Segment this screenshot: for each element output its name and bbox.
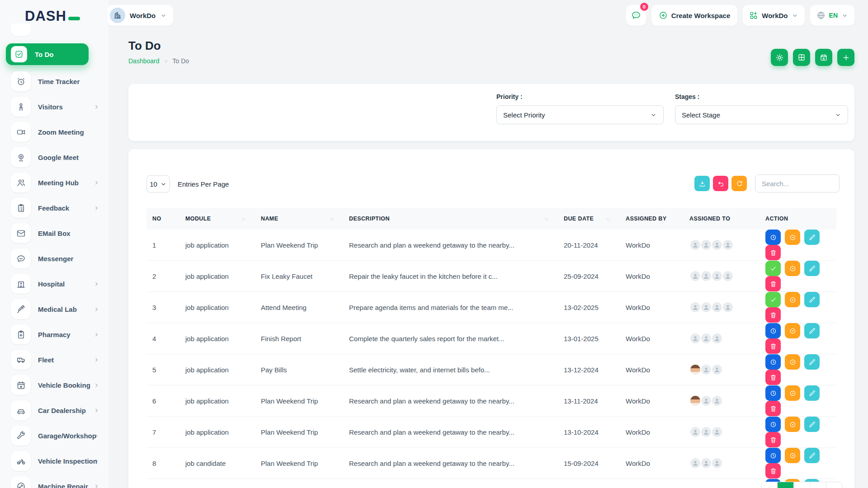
- assignee-placeholder-avatar: [700, 426, 712, 438]
- edit-action-button[interactable]: [804, 417, 820, 432]
- export-button[interactable]: [694, 176, 710, 191]
- pagination-segment[interactable]: [761, 482, 777, 488]
- view-action-button[interactable]: [785, 230, 800, 245]
- view-action-button[interactable]: [785, 354, 800, 370]
- wrench-icon: [11, 426, 31, 446]
- pagination-segment[interactable]: [826, 482, 842, 488]
- delete-action-button[interactable]: [765, 276, 781, 291]
- chevron-right-icon: [94, 281, 99, 287]
- chevron-right-icon: [94, 180, 99, 186]
- delete-action-button[interactable]: [765, 338, 781, 354]
- clock-action-button[interactable]: [765, 385, 781, 401]
- cell-no: 4: [146, 323, 179, 354]
- edit-action-button[interactable]: [804, 261, 820, 276]
- reset-button[interactable]: [713, 176, 728, 191]
- priority-select[interactable]: Select Priority: [496, 105, 664, 124]
- view-action-button[interactable]: [785, 385, 800, 401]
- clock-action-button[interactable]: [765, 354, 781, 370]
- sidebar-item-time-tracker[interactable]: Time Tracker: [0, 71, 108, 91]
- sort-icon: ↑↓: [544, 216, 548, 221]
- delete-action-button[interactable]: [765, 432, 781, 447]
- edit-action-button[interactable]: [804, 448, 820, 463]
- edit-action-button[interactable]: [804, 230, 820, 245]
- view-action-button[interactable]: [785, 261, 800, 276]
- edit-action-button[interactable]: [804, 323, 820, 338]
- breadcrumb-dashboard[interactable]: Dashboard: [128, 57, 160, 65]
- language-switcher[interactable]: EN: [810, 5, 854, 26]
- delete-action-button[interactable]: [765, 245, 781, 260]
- delete-action-button[interactable]: [765, 307, 781, 323]
- language-label: EN: [829, 12, 838, 19]
- sidebar-item-vehicle-inspection[interactable]: Vehicle Inspection: [0, 451, 108, 471]
- assignee-placeholder-avatar: [711, 457, 723, 469]
- pagination-segment[interactable]: [810, 482, 826, 488]
- sidebar-item-meeting-hub[interactable]: Meeting Hub: [0, 173, 108, 192]
- clock-action-button[interactable]: [765, 417, 781, 432]
- target-icon: [789, 296, 797, 304]
- column-header-due-date[interactable]: DUE DATE↑↓: [558, 208, 620, 230]
- cell-assigned-by: WorkDo: [620, 354, 684, 385]
- pagination-segment[interactable]: [793, 482, 810, 488]
- column-header-name[interactable]: NAME↑↓: [255, 208, 343, 230]
- messages-button[interactable]: 0: [626, 5, 646, 26]
- add-todo-button[interactable]: [837, 49, 854, 66]
- cell-no: 8: [146, 448, 179, 479]
- settings-button[interactable]: [771, 49, 788, 66]
- column-header-module[interactable]: MODULE↑↓: [179, 208, 255, 230]
- done-action-button[interactable]: [765, 292, 781, 307]
- sidebar-item-visitors[interactable]: Visitors: [0, 97, 108, 117]
- delete-action-button[interactable]: [765, 463, 781, 479]
- view-action-button[interactable]: [785, 323, 800, 338]
- sidebar-item-messenger[interactable]: Messenger: [0, 249, 108, 268]
- pencil-icon: [808, 327, 816, 335]
- sidebar-item-to-do[interactable]: To Do: [6, 43, 89, 65]
- logo-text: DASH: [25, 8, 66, 24]
- clock-action-button[interactable]: [765, 448, 781, 463]
- sidebar-item-zoom-meeting[interactable]: Zoom Meeting: [0, 122, 108, 142]
- sidebar-item-car-dealership[interactable]: Car Dealership: [0, 400, 108, 420]
- sidebar-item-machine-repair[interactable]: Machine Repair: [0, 476, 108, 488]
- board-view-button[interactable]: [793, 49, 810, 66]
- cell-action: [760, 385, 836, 417]
- pagination-page-active[interactable]: [777, 482, 793, 488]
- view-action-button[interactable]: [785, 417, 800, 432]
- cell-module: job application: [179, 354, 255, 385]
- sidebar-item-medical-lab[interactable]: Medical Lab: [0, 299, 108, 319]
- clock-action-button[interactable]: [765, 230, 781, 245]
- target-icon: [789, 234, 797, 241]
- sidebar-item-pharmacy[interactable]: Pharmacy: [0, 324, 108, 344]
- sidebar-item-email-box[interactable]: EMail Box: [0, 223, 108, 243]
- search-input[interactable]: [755, 174, 840, 192]
- sidebar-item-google-meet[interactable]: Google Meet: [0, 147, 108, 167]
- cell-no: 2: [146, 261, 179, 292]
- view-action-button[interactable]: [785, 448, 800, 463]
- calendar-view-button[interactable]: [815, 49, 832, 66]
- workspace-pill[interactable]: WorkDo: [107, 5, 173, 26]
- entries-per-page-select[interactable]: 10: [146, 175, 170, 192]
- done-action-button[interactable]: [765, 261, 781, 276]
- chevron-right-icon: [94, 332, 99, 338]
- sidebar-item-garage-workshop[interactable]: Garage/Workshop: [0, 426, 108, 446]
- app-logo[interactable]: DASH: [25, 8, 80, 24]
- delete-action-button[interactable]: [765, 370, 781, 385]
- gear-icon: [775, 53, 784, 62]
- pagination: [761, 482, 843, 488]
- sidebar-item-feedback[interactable]: Feedback: [0, 198, 108, 218]
- view-action-button[interactable]: [785, 292, 800, 307]
- clock-action-button[interactable]: [765, 323, 781, 338]
- syringe-icon: [11, 299, 31, 319]
- edit-action-button[interactable]: [804, 385, 820, 401]
- refresh-button[interactable]: [731, 176, 747, 191]
- edit-action-button[interactable]: [804, 292, 820, 307]
- stage-select[interactable]: Select Stage: [675, 105, 848, 124]
- delete-action-button[interactable]: [765, 401, 781, 416]
- workspace-switcher[interactable]: WorkDo: [743, 5, 804, 26]
- chevron-right-icon: [94, 433, 99, 439]
- breadcrumb-chevron-icon: [164, 59, 169, 64]
- column-header-description[interactable]: DESCRIPTION↑↓: [343, 208, 558, 230]
- sidebar-item-fleet[interactable]: Fleet: [0, 350, 108, 370]
- create-workspace-button[interactable]: Create Workspace: [651, 5, 738, 26]
- sidebar-item-hospital[interactable]: Hospital: [0, 274, 108, 294]
- sidebar-item-vehicle-booking[interactable]: Vehicle Booking: [0, 375, 108, 395]
- edit-action-button[interactable]: [804, 354, 820, 370]
